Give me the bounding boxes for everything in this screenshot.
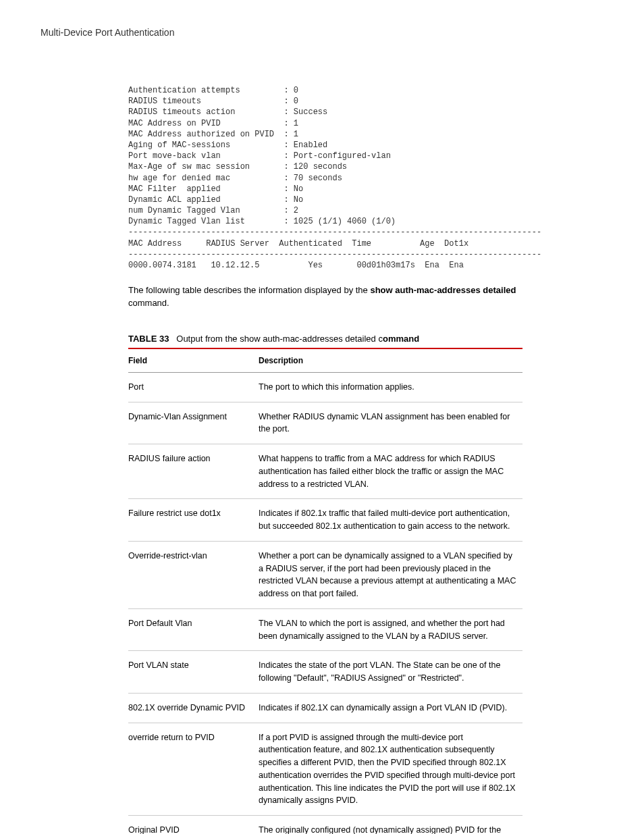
page-header-title: Multi-Device Port Authentication	[41, 27, 174, 38]
table-cell-description: What happens to traffic from a MAC addre…	[259, 444, 522, 499]
table-cell-description: The originally configured (not dynamical…	[259, 816, 522, 834]
intro-command-name: show auth-mac-addresses detailed	[370, 285, 516, 295]
table-row: Port Default Vlan The VLAN to which the …	[128, 608, 522, 651]
intro-suffix: command.	[128, 298, 169, 308]
table-cell-field: Failure restrict use dot1x	[128, 499, 259, 542]
table-cell-description: Indicates if 802.1x traffic that failed …	[259, 499, 522, 542]
table-row: Override-restrict-vlan Whether a port ca…	[128, 541, 522, 608]
table-header-description: Description	[259, 348, 522, 373]
table-header-field: Field	[128, 348, 259, 373]
table-cell-field: Override-restrict-vlan	[128, 541, 259, 608]
table-cell-description: The VLAN to which the port is assigned, …	[259, 608, 522, 651]
table-cell-description: Whether a port can be dynamically assign…	[259, 541, 522, 608]
table-row: Port The port to which this information …	[128, 372, 522, 402]
table-row: Port VLAN state Indicates the state of t…	[128, 651, 522, 694]
table-row: Failure restrict use dot1x Indicates if …	[128, 499, 522, 542]
table-cell-field: override return to PVID	[128, 723, 259, 816]
table-body: Port The port to which this information …	[128, 372, 522, 834]
table-cell-field: Original PVID	[128, 816, 259, 834]
table-caption-text: Output from the show auth-mac-addresses …	[176, 334, 383, 344]
table-caption-bold: ommand	[383, 334, 419, 344]
table-cell-description: Indicates if 802.1X can dynamically assi…	[259, 693, 522, 723]
table-row: 802.1X override Dynamic PVID Indicates i…	[128, 693, 522, 723]
table-row: Original PVID The originally configured …	[128, 816, 522, 834]
table-cell-field: RADIUS failure action	[128, 444, 259, 499]
table-row: RADIUS failure action What happens to tr…	[128, 444, 522, 499]
intro-paragraph: The following table describes the inform…	[128, 284, 522, 310]
table-row: override return to PVID If a port PVID i…	[128, 723, 522, 816]
page-header: Multi-Device Port Authentication	[41, 27, 522, 38]
table-cell-field: Port	[128, 372, 259, 402]
table-cell-field: Port VLAN state	[128, 651, 259, 694]
table-cell-description: If a port PVID is assigned through the m…	[259, 723, 522, 816]
table-header-row: Field Description	[128, 348, 522, 373]
cli-output-block: Authentication attempts : 0 RADIUS timeo…	[128, 85, 522, 271]
table-cell-field: Port Default Vlan	[128, 608, 259, 651]
table-cell-description: Whether RADIUS dynamic VLAN assignment h…	[259, 402, 522, 444]
table-cell-description: Indicates the state of the port VLAN. Th…	[259, 651, 522, 694]
table-row: Dynamic-Vlan Assignment Whether RADIUS d…	[128, 402, 522, 444]
table-cell-field: Dynamic-Vlan Assignment	[128, 402, 259, 444]
table-caption-label: TABLE 33	[128, 334, 169, 344]
table-cell-description: The port to which this information appli…	[259, 372, 522, 402]
table-caption: TABLE 33 Output from the show auth-mac-a…	[128, 334, 522, 344]
intro-prefix: The following table describes the inform…	[128, 285, 370, 295]
output-table: Field Description Port The port to which…	[128, 348, 522, 834]
table-cell-field: 802.1X override Dynamic PVID	[128, 693, 259, 723]
